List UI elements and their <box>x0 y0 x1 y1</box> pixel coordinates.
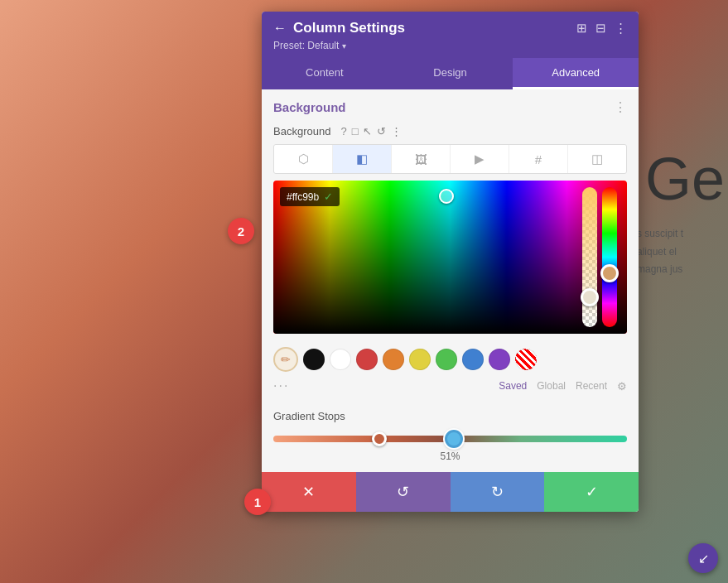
tool-icon-corner[interactable]: ↙ <box>688 543 718 573</box>
swatch-none[interactable] <box>515 349 537 370</box>
bg-tab-mask[interactable]: ◫ <box>568 145 626 173</box>
bg-tab-pattern[interactable]: # <box>509 145 568 173</box>
eyedropper-button[interactable]: ✏ <box>273 347 298 372</box>
opacity-slider[interactable] <box>582 187 597 327</box>
recent-tab[interactable]: Recent <box>576 380 607 392</box>
gradient-percent: 51% <box>273 450 627 462</box>
swatches-row: ✏ <box>273 347 627 372</box>
color-canvas[interactable]: #ffc99b ✓ <box>273 181 627 334</box>
gradient-stop-2[interactable] <box>445 430 463 448</box>
background-label: Background <box>273 125 330 137</box>
tab-content[interactable]: Content <box>262 58 388 89</box>
redo-button[interactable]: ↻ <box>451 472 545 512</box>
swatch-white[interactable] <box>330 349 351 370</box>
swatches-settings-icon[interactable]: ⚙ <box>617 380 627 393</box>
hex-check-icon[interactable]: ✓ <box>324 190 333 203</box>
panel-content: Background ⋮ Background ? □ ↖ ↺ ⋮ ⬡ ◧ 🖼 … <box>262 89 639 472</box>
panel-title-group: ← Column Settings <box>273 20 405 36</box>
column-settings-panel: ← Column Settings ⊞ ⊟ ⋮ Preset: Default … <box>262 12 639 512</box>
gradient-stops-label: Gradient Stops <box>273 410 627 422</box>
swatches-area: ✏ ··· Saved Global Recent ⚙ <box>262 342 639 403</box>
badge-2: 2 <box>228 218 254 244</box>
hue-slider[interactable] <box>602 187 617 327</box>
swatch-yellow[interactable] <box>409 349 431 370</box>
hex-value: #ffc99b <box>287 191 319 203</box>
panel-header: ← Column Settings ⊞ ⊟ ⋮ Preset: Default … <box>262 12 639 58</box>
preset-text: Preset: Default <box>273 40 339 51</box>
swatch-blue[interactable] <box>462 349 484 370</box>
reset-icon[interactable]: ↺ <box>377 125 386 137</box>
more-icon[interactable]: ⋮ <box>391 125 402 137</box>
swatch-green[interactable] <box>436 349 457 370</box>
more-options-icon[interactable]: ⋮ <box>615 21 627 36</box>
bg-tab-none[interactable]: ⬡ <box>274 145 333 173</box>
section-title: Background <box>273 100 346 114</box>
panel-footer: ✕ ↺ ↻ ✓ <box>262 472 639 512</box>
section-menu-icon[interactable]: ⋮ <box>614 99 627 115</box>
bg-tab-image[interactable]: 🖼 <box>392 145 451 173</box>
swatch-purple[interactable] <box>489 349 510 370</box>
tab-design[interactable]: Design <box>388 58 513 89</box>
right-line-3: magna jus <box>637 261 728 279</box>
panel-title: Column Settings <box>293 20 405 36</box>
device-icon[interactable]: □ <box>352 125 359 137</box>
background-row: Background ? □ ↖ ↺ ⋮ <box>262 122 639 144</box>
color-hex-display: #ffc99b ✓ <box>280 187 340 206</box>
global-tab[interactable]: Global <box>537 380 566 392</box>
color-picker-dot[interactable] <box>439 189 454 204</box>
section-header: Background ⋮ <box>262 89 639 122</box>
swatch-orange[interactable] <box>383 349 404 370</box>
right-line-1: s suscipit t <box>637 225 728 243</box>
tab-advanced[interactable]: Advanced <box>513 58 639 89</box>
swatches-expand-icon[interactable]: ··· <box>273 378 489 393</box>
opacity-thumb[interactable] <box>581 288 599 306</box>
badge-1: 1 <box>244 489 271 515</box>
panel-header-top: ← Column Settings ⊞ ⊟ ⋮ <box>273 20 627 36</box>
panel-tabs: Content Design Advanced <box>262 58 639 89</box>
gradient-stops-section: Gradient Stops 51% <box>262 403 639 472</box>
cancel-button[interactable]: ✕ <box>262 472 356 512</box>
columns-icon[interactable]: ⊟ <box>595 21 606 36</box>
swatch-black[interactable] <box>303 349 325 370</box>
right-line-2: aliquet el <box>637 243 728 262</box>
gradient-stop-1[interactable] <box>372 431 387 446</box>
bg-tab-video[interactable]: ▶ <box>451 145 509 173</box>
swatch-red[interactable] <box>356 349 378 370</box>
gradient-slider-container[interactable] <box>273 431 627 447</box>
color-picker-area[interactable]: #ffc99b ✓ <box>273 181 627 334</box>
preset-label[interactable]: Preset: Default ▾ <box>273 40 627 51</box>
cursor-icon[interactable]: ↖ <box>363 125 372 137</box>
hue-thumb[interactable] <box>600 264 619 282</box>
preset-caret-icon: ▾ <box>342 41 346 51</box>
expand-icon[interactable]: ⊞ <box>576 21 587 36</box>
bg-tab-gradient[interactable]: ◧ <box>333 145 392 173</box>
panel-header-icons: ⊞ ⊟ ⋮ <box>576 21 627 36</box>
reset-button[interactable]: ↺ <box>356 472 451 512</box>
back-arrow-icon[interactable]: ← <box>273 21 287 36</box>
background-type-tabs: ⬡ ◧ 🖼 ▶ # ◫ <box>273 144 627 174</box>
confirm-button[interactable]: ✓ <box>544 472 639 512</box>
swatches-tabs: ··· Saved Global Recent ⚙ <box>273 377 627 398</box>
saved-tab[interactable]: Saved <box>499 380 527 392</box>
help-icon[interactable]: ? <box>340 125 346 137</box>
background-row-icons: ? □ ↖ ↺ ⋮ <box>340 125 402 137</box>
